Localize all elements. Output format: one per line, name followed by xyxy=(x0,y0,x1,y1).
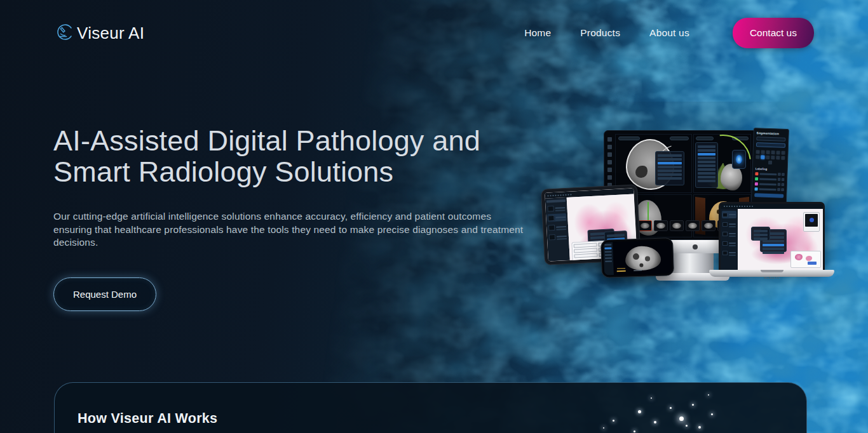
brand-logo[interactable]: Viseur AI xyxy=(54,21,144,45)
request-demo-button[interactable]: Request Demo xyxy=(53,277,156,311)
contact-us-button[interactable]: Contact us xyxy=(733,18,814,48)
how-it-works-card: How Viseur AI Works xyxy=(54,382,807,433)
brand-name: Viseur AI xyxy=(77,23,144,43)
hero-title-line2: Smart Radiology Solutions xyxy=(53,157,613,188)
sparkle-particles xyxy=(603,383,806,433)
nav-link-products[interactable]: Products xyxy=(580,27,620,39)
header: Viseur AI Home Products About us Contact… xyxy=(0,0,868,66)
nav-link-home[interactable]: Home xyxy=(524,27,551,39)
hero-description: Our cutting-edge artificial intelligence… xyxy=(53,210,529,249)
hero-section: AI-Assisted Digital Pathology and Smart … xyxy=(53,126,613,311)
nav-link-about[interactable]: About us xyxy=(649,27,689,39)
hero-title-line1: AI-Assisted Digital Pathology and xyxy=(53,126,613,157)
microscope-icon xyxy=(54,21,76,45)
main-nav: Home Products About us Contact us xyxy=(524,18,814,48)
hero-title: AI-Assisted Digital Pathology and Smart … xyxy=(53,126,613,187)
